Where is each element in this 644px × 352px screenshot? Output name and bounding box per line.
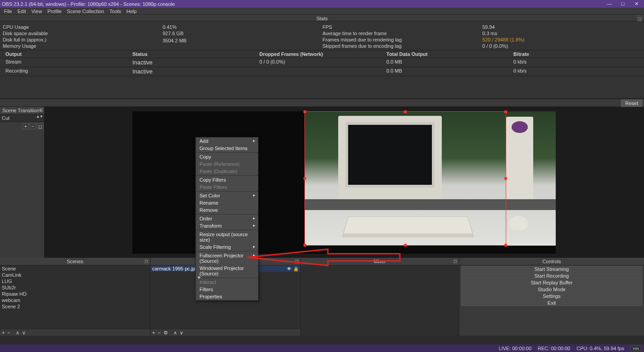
scenes-list[interactable]: Scene CamLink LUG SUb2r Ripsaw HD webcam… xyxy=(0,265,150,329)
mixer-popout-icon[interactable]: ◻ xyxy=(453,259,458,264)
close-button[interactable]: ✕ xyxy=(633,1,639,7)
stat-render-label: Average time to render frame xyxy=(320,30,480,37)
menu-view[interactable]: View xyxy=(29,9,45,14)
out-stream-name: Stream xyxy=(0,58,127,67)
window-title: OBS 23.2.1 (64-bit, windows) - Profile: … xyxy=(2,1,606,7)
annotation-arrow xyxy=(247,248,404,267)
ctx-order[interactable]: Order▸ xyxy=(196,215,258,222)
status-brand-badge: vox xyxy=(630,346,641,351)
source-settings-button[interactable]: ⚙ xyxy=(163,330,168,336)
menu-profile[interactable]: Profile xyxy=(45,9,63,14)
scene-item[interactable]: CamLink xyxy=(0,272,150,278)
ctx-properties[interactable]: Properties xyxy=(196,293,258,300)
menu-file[interactable]: File xyxy=(2,9,14,14)
stat-fps-value: 59.94 xyxy=(480,24,644,30)
out-rec-dropped xyxy=(254,67,381,76)
ctx-paste-dup: Paste (Duplicate) xyxy=(196,168,258,175)
transition-settings-button[interactable]: ◻ xyxy=(37,123,43,129)
settings-button[interactable]: Settings xyxy=(461,293,642,299)
scene-item[interactable]: Scene xyxy=(0,265,150,272)
stat-missed-value: 520 / 29488 (1.8%) xyxy=(480,37,644,43)
selection-box[interactable] xyxy=(304,111,506,246)
menu-bar: File Edit View Profile Scene Collection … xyxy=(0,8,644,15)
menu-help[interactable]: Help xyxy=(124,9,139,14)
stat-skipped-value: 0 / 0 (0.0%) xyxy=(480,43,644,49)
menu-tools[interactable]: Tools xyxy=(107,9,123,14)
stat-skipped-label: Skipped frames due to encoding lag xyxy=(320,43,480,49)
out-h-output: Output xyxy=(0,50,127,58)
start-replay-buffer-button[interactable]: Start Replay Buffer xyxy=(461,279,642,286)
ctx-group[interactable]: Group Selected Items xyxy=(196,145,258,152)
context-menu: Add▸ Group Selected Items Copy Paste (Re… xyxy=(195,137,259,301)
scene-transitions-title[interactable]: Scene Transitions ◻ xyxy=(0,107,44,114)
source-add-button[interactable]: + xyxy=(152,330,155,335)
ctx-set-color[interactable]: Set Color▸ xyxy=(196,192,258,199)
ctx-transform[interactable]: Transform▸ xyxy=(196,222,258,229)
scene-item[interactable]: SUb2r xyxy=(0,284,150,291)
transition-add-button[interactable]: + xyxy=(23,123,29,129)
exit-button[interactable]: Exit xyxy=(461,300,642,306)
ctx-copy-filters[interactable]: Copy Filters xyxy=(196,176,258,183)
ctx-add[interactable]: Add▸ xyxy=(196,137,258,145)
output-row-recording: Recording Inactive 0.0 MB 0 kb/s xyxy=(0,67,644,76)
scene-item[interactable]: Scene 2 xyxy=(0,303,150,310)
out-stream-bitrate: 0 kb/s xyxy=(508,58,644,67)
stat-mem-label: Memory Usage xyxy=(0,43,160,49)
stat-render-value: 0.3 ms xyxy=(480,30,644,37)
controls-panel: Controls Start Streaming Start Recording… xyxy=(459,258,644,336)
scene-remove-button[interactable]: − xyxy=(7,330,10,335)
output-table-spacer xyxy=(0,76,644,99)
source-down-button[interactable]: ∨ xyxy=(180,330,183,336)
scene-transitions-popout-icon[interactable]: ◻ xyxy=(39,108,43,112)
source-up-button[interactable]: ∧ xyxy=(173,330,177,336)
start-recording-button[interactable]: Start Recording xyxy=(461,273,642,279)
output-row-stream: Stream Inactive 0 / 0 (0.0%) 0.0 MB 0 kb… xyxy=(0,58,644,67)
stat-disk-value: 927.6 GB xyxy=(160,30,320,37)
scenes-panel: Scenes ◻ Scene CamLink LUG SUb2r Ripsaw … xyxy=(0,258,150,336)
scene-up-button[interactable]: ∧ xyxy=(16,330,19,336)
stats-dock-title[interactable]: Stats ◻ xyxy=(0,15,644,21)
scenes-title[interactable]: Scenes ◻ xyxy=(0,258,150,265)
maximize-button[interactable]: □ xyxy=(620,1,626,7)
transition-remove-button[interactable]: − xyxy=(30,123,36,129)
ctx-resize-output[interactable]: Resize output (source size) xyxy=(196,231,258,243)
controls-title[interactable]: Controls xyxy=(459,258,644,265)
out-rec-name: Recording xyxy=(0,67,127,76)
stat-cpu-label: CPU Usage xyxy=(0,24,160,30)
stats-body: CPU Usage Disk space available Disk full… xyxy=(0,21,644,50)
ctx-filters[interactable]: Filters xyxy=(196,286,258,293)
stat-disk-label: Disk space available xyxy=(0,30,160,37)
scene-add-button[interactable]: + xyxy=(2,330,5,335)
studio-mode-button[interactable]: Studio Mode xyxy=(461,286,642,293)
scenes-title-label: Scenes xyxy=(67,259,83,264)
out-rec-status: Inactive xyxy=(127,67,254,76)
scene-transitions-label: Scene Transitions xyxy=(2,108,41,113)
svg-marker-0 xyxy=(247,249,400,265)
mixer-panel: Mixer ◻ xyxy=(301,258,459,336)
scenes-popout-icon[interactable]: ◻ xyxy=(144,259,149,264)
scene-item[interactable]: LUG xyxy=(0,278,150,284)
scene-item[interactable]: webcam xyxy=(0,297,150,303)
start-streaming-button[interactable]: Start Streaming xyxy=(461,266,642,272)
out-h-bitrate: Bitrate xyxy=(508,50,644,58)
transition-select[interactable]: Cut ▲▼ xyxy=(0,114,44,122)
controls-list: Start Streaming Start Recording Start Re… xyxy=(459,265,644,336)
scene-item[interactable]: Ripsaw HD xyxy=(0,291,150,297)
reset-button[interactable]: Reset xyxy=(621,100,642,107)
menu-scene-collection[interactable]: Scene Collection xyxy=(65,9,107,14)
scene-down-button[interactable]: ∨ xyxy=(22,330,26,336)
ctx-remove[interactable]: Remove xyxy=(196,206,258,214)
output-table-header: Output Status Dropped Frames (Network) T… xyxy=(0,50,644,58)
menu-edit[interactable]: Edit xyxy=(15,9,28,14)
ctx-rename[interactable]: Rename xyxy=(196,199,258,206)
transition-buttons: + − ◻ xyxy=(0,122,44,130)
minimize-button[interactable]: — xyxy=(606,1,612,7)
preview-area[interactable]: Add▸ Group Selected Items Copy Paste (Re… xyxy=(44,107,644,258)
updown-icon: ▲▼ xyxy=(36,115,43,118)
window-buttons: — □ ✕ xyxy=(606,1,642,7)
stats-popout-icon[interactable]: ◻ xyxy=(637,16,642,21)
ctx-copy[interactable]: Copy xyxy=(196,153,258,160)
cursor-icon: ⌖ xyxy=(197,274,201,281)
source-remove-button[interactable]: − xyxy=(158,330,160,335)
sources-footer: + − ⚙ ∧ ∨ xyxy=(150,329,300,336)
